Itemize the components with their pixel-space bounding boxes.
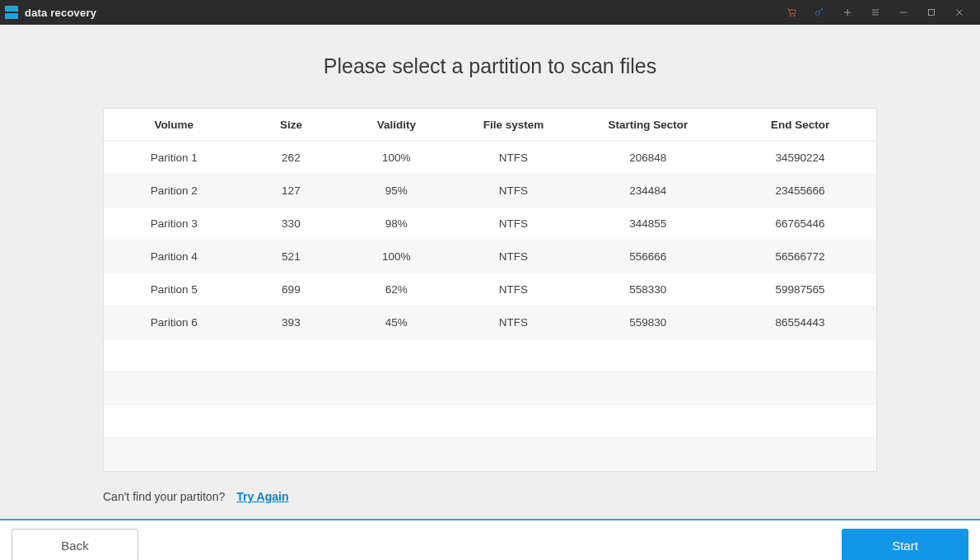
table-row (104, 372, 876, 405)
table-row[interactable]: Parition 212795%NTFS23448423455666 (104, 175, 876, 208)
try-again-link[interactable]: Try Again (236, 490, 288, 503)
cell-size: 330 (245, 217, 338, 230)
title-bar: data recovery (0, 0, 980, 25)
cell-validity: 100% (338, 250, 455, 263)
cell-volume: Parition 3 (104, 217, 245, 230)
table-header-row: Volume Size Validity File system Startin… (104, 109, 876, 142)
table-empty-rows (104, 339, 876, 471)
close-icon[interactable] (945, 0, 973, 25)
cell-fs: NTFS (455, 152, 572, 164)
cell-volume: Parition 5 (104, 283, 245, 296)
col-end: End Sector (724, 119, 876, 131)
page-title: Please select a partition to scan files (49, 54, 931, 78)
cell-fs: NTFS (455, 217, 572, 230)
svg-rect-3 (929, 10, 935, 16)
cell-end: 86554443 (724, 316, 876, 329)
col-volume: Volume (104, 119, 245, 131)
cell-validity: 98% (338, 217, 455, 230)
col-start: Starting Sector (572, 119, 724, 131)
minimize-icon[interactable] (889, 0, 917, 25)
col-validity: Validity (338, 119, 455, 131)
table-row (104, 339, 876, 372)
cell-validity: 100% (338, 152, 455, 164)
back-button[interactable]: Back (12, 529, 138, 560)
cell-validity: 45% (338, 316, 455, 329)
main-area: Please select a partition to scan files … (0, 25, 980, 509)
col-size: Size (245, 119, 338, 131)
partition-table: Volume Size Validity File system Startin… (103, 108, 877, 472)
cell-end: 56566772 (724, 250, 876, 263)
plus-icon[interactable] (833, 0, 861, 25)
cell-start: 558330 (572, 283, 724, 296)
cell-validity: 95% (338, 184, 455, 197)
cell-start: 206848 (572, 152, 724, 164)
table-row[interactable]: Parition 1262100%NTFS20684834590224 (104, 142, 876, 175)
cell-volume: Parition 6 (104, 316, 245, 329)
cell-start: 234484 (572, 184, 724, 197)
cell-end: 34590224 (724, 152, 876, 164)
cell-start: 344855 (572, 217, 724, 230)
svg-point-2 (815, 12, 819, 16)
table-row[interactable]: Parition 333098%NTFS34485566765446 (104, 208, 876, 240)
cell-fs: NTFS (455, 316, 572, 329)
cant-find-label: Can't find your partiton? (103, 490, 225, 503)
svg-point-1 (794, 15, 796, 16)
cell-start: 556666 (572, 250, 724, 263)
cell-fs: NTFS (455, 283, 572, 296)
table-row (104, 438, 876, 471)
start-button[interactable]: Start (842, 529, 968, 560)
table-row[interactable]: Parition 4521100%NTFS55666656566772 (104, 240, 876, 273)
table-body: Parition 1262100%NTFS20684834590224Parit… (104, 142, 876, 339)
svg-point-0 (790, 15, 791, 16)
cell-size: 521 (245, 250, 338, 263)
cell-start: 559830 (572, 316, 724, 329)
cell-size: 393 (245, 316, 338, 329)
help-row: Can't find your partiton? Try Again (103, 490, 877, 503)
cell-validity: 62% (338, 283, 455, 296)
table-row (104, 405, 876, 438)
cell-volume: Parition 4 (104, 250, 245, 263)
app-logo-icon (5, 6, 18, 19)
col-fs: File system (455, 119, 572, 131)
cell-size: 699 (245, 283, 338, 296)
cell-fs: NTFS (455, 250, 572, 263)
cell-size: 262 (245, 152, 338, 164)
cell-end: 66765446 (724, 217, 876, 230)
cell-fs: NTFS (455, 184, 572, 197)
cell-size: 127 (245, 184, 338, 197)
key-icon[interactable] (805, 0, 833, 25)
app-title: data recovery (25, 7, 96, 19)
maximize-icon[interactable] (917, 0, 945, 25)
cell-end: 23455666 (724, 184, 876, 197)
table-row[interactable]: Parition 569962%NTFS55833059987565 (104, 273, 876, 306)
cell-volume: Parition 2 (104, 184, 245, 197)
cell-end: 59987565 (724, 283, 876, 296)
table-row[interactable]: Parition 639345%NTFS55983086554443 (104, 306, 876, 339)
menu-icon[interactable] (861, 0, 889, 25)
footer-bar: Back Start (0, 520, 980, 560)
cell-volume: Parition 1 (104, 152, 245, 164)
cart-icon[interactable] (777, 0, 805, 25)
